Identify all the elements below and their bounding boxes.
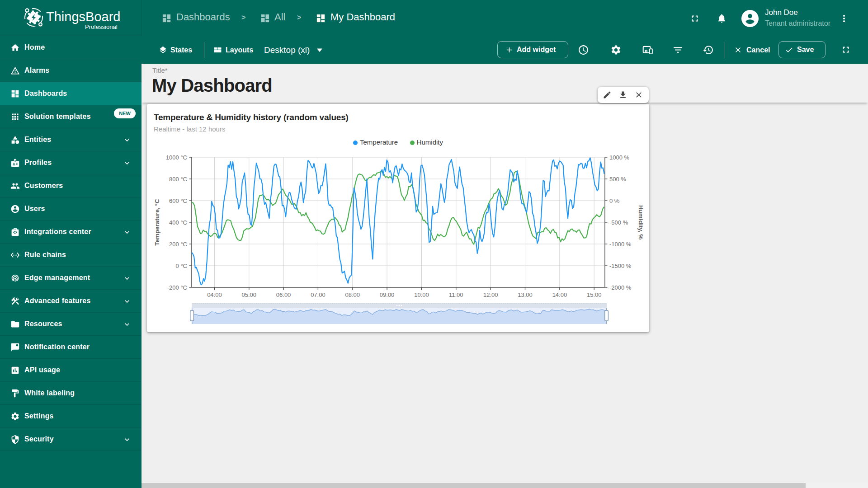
svg-text:500 %: 500 % bbox=[609, 176, 626, 183]
svg-text:200 °C: 200 °C bbox=[169, 241, 187, 248]
svg-text:06:00: 06:00 bbox=[276, 291, 291, 298]
svg-text:04:00: 04:00 bbox=[207, 291, 222, 298]
svg-text:-2000 %: -2000 % bbox=[609, 284, 632, 291]
svg-text:09:00: 09:00 bbox=[380, 291, 395, 298]
svg-text:13:00: 13:00 bbox=[518, 291, 533, 298]
svg-text:0 °C: 0 °C bbox=[176, 263, 187, 269]
svg-text:15:00: 15:00 bbox=[587, 291, 602, 298]
svg-text:12:00: 12:00 bbox=[483, 291, 498, 298]
svg-text:11:00: 11:00 bbox=[449, 291, 463, 298]
svg-text:0 %: 0 % bbox=[609, 197, 620, 204]
svg-text:-1000 %: -1000 % bbox=[609, 241, 632, 248]
svg-text:14:00: 14:00 bbox=[552, 291, 567, 298]
svg-text:-200 °C: -200 °C bbox=[167, 284, 187, 291]
svg-text:Humidity, %: Humidity, % bbox=[637, 205, 644, 239]
svg-text:Temperature, °C: Temperature, °C bbox=[154, 199, 160, 246]
svg-text:800 °C: 800 °C bbox=[169, 176, 187, 183]
svg-text:08:00: 08:00 bbox=[345, 291, 360, 298]
svg-text:10:00: 10:00 bbox=[414, 291, 429, 298]
svg-text:-1500 %: -1500 % bbox=[609, 263, 632, 269]
svg-text:-500 %: -500 % bbox=[609, 219, 628, 226]
svg-text:400 °C: 400 °C bbox=[169, 219, 187, 226]
svg-text:05:00: 05:00 bbox=[242, 291, 257, 298]
svg-text:07:00: 07:00 bbox=[311, 291, 326, 298]
svg-text:1000 °C: 1000 °C bbox=[166, 154, 187, 161]
svg-text:1000 %: 1000 % bbox=[609, 154, 630, 161]
svg-text:600 °C: 600 °C bbox=[169, 197, 187, 204]
